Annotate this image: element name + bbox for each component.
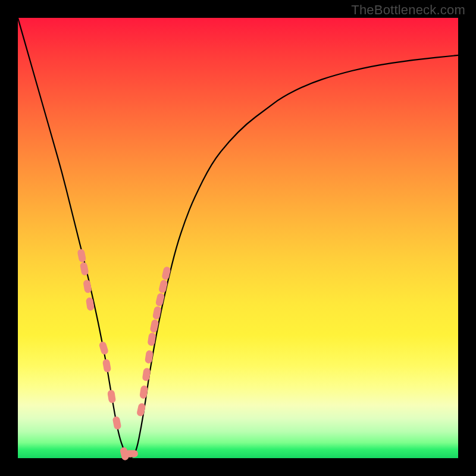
chart-frame: TheBottleneck.com (0, 0, 476, 476)
curve-marker (125, 450, 138, 458)
svg-rect-19 (161, 266, 171, 280)
curve-marker (107, 390, 116, 404)
svg-rect-5 (102, 359, 112, 373)
curve-marker (139, 385, 148, 399)
svg-rect-12 (142, 368, 151, 382)
curve-marker (155, 293, 165, 307)
curve-marker (102, 359, 112, 373)
watermark-text: TheBottleneck.com (351, 2, 465, 18)
curve-marker (98, 341, 109, 356)
svg-rect-11 (139, 385, 148, 399)
svg-rect-17 (155, 293, 165, 307)
svg-rect-0 (77, 249, 86, 263)
svg-rect-10 (136, 403, 146, 417)
bottleneck-curve (18, 18, 458, 458)
curve-marker (112, 416, 121, 430)
svg-rect-4 (98, 341, 109, 356)
plot-area (18, 18, 458, 458)
curve-marker (142, 368, 151, 382)
svg-rect-18 (158, 279, 168, 293)
curve-marker (83, 280, 92, 294)
svg-rect-1 (80, 262, 89, 276)
svg-rect-6 (107, 390, 116, 404)
curve-marker (158, 279, 168, 293)
svg-rect-7 (112, 416, 121, 430)
curve-marker (136, 403, 146, 417)
curve-line (18, 18, 458, 458)
svg-rect-9 (125, 450, 138, 458)
svg-rect-13 (145, 350, 154, 364)
svg-rect-2 (83, 280, 92, 294)
curve-marker (77, 249, 86, 263)
curve-marker (161, 266, 171, 280)
curve-marker (145, 350, 154, 364)
curve-marker (80, 262, 89, 276)
